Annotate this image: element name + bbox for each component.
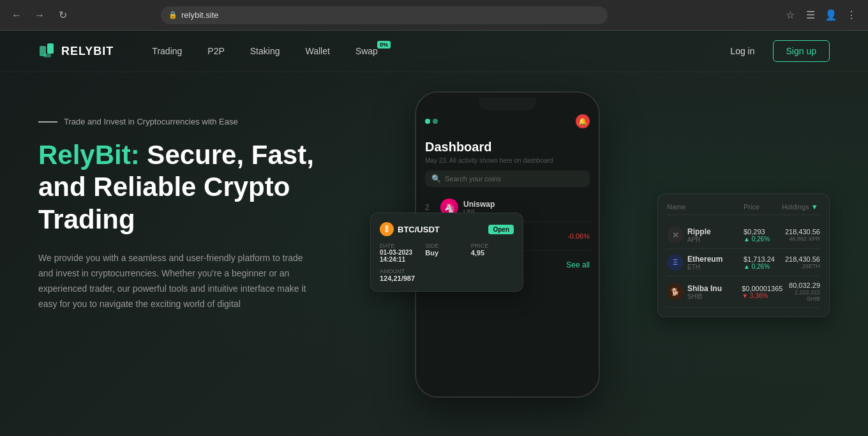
ethereum-holdings: 218,430.56 [782,255,820,263]
lock-icon: 🔒 [168,11,177,19]
hero-title: RelyBit: Secure, Fast, and Reliable Cryp… [38,139,357,236]
ripple-holdings: 218,430.56 [782,228,820,236]
back-button[interactable]: ← [8,6,26,24]
header-actions: Log in Sign up [720,40,830,62]
signup-button[interactable]: Sign up [773,40,830,62]
col-holdings: Holdings ▼ [782,203,820,211]
shiba-holdings-sub: 2,222,222 SHIB [782,289,820,302]
uniswap-name: Uniswap [463,200,495,209]
holdings-row-ripple: ✕ Ripple APR $0,293 ▲ 0,26% 218,430.56 4… [667,222,820,249]
coin-num-2: 2 [425,203,435,212]
shiba-icon: 🐕 [667,283,684,300]
chrome-actions: ☆ ☰ 👤 ⋮ [781,6,860,24]
trade-card-header: ₿ BTC/USDT Open [380,222,514,236]
refresh-button[interactable]: ↻ [54,6,71,24]
phone-search[interactable]: 🔍 Search your coins [425,170,590,187]
bookmark-icon[interactable]: ☆ [781,6,799,24]
ripple-name: Ripple [687,227,711,236]
swap-badge: 0% [377,41,391,49]
menu-icon[interactable]: ⋮ [842,6,860,24]
nav-item-trading[interactable]: Trading [152,46,182,56]
shiba-price-col: $0,00001365 ▼ 3,36% [742,285,782,299]
trade-side-label: SIDE Buy [425,243,468,263]
address-bar[interactable]: 🔒 relybit.site [161,6,608,24]
shiba-info: 🐕 Shiba Inu SHIB [667,283,742,300]
trade-card-popup: ₿ BTC/USDT Open DATE 01-03-2023 14:24:11… [370,213,523,292]
phone-search-icon: 🔍 [431,174,441,183]
nav-item-staking[interactable]: Staking [250,46,280,56]
trade-pair: ₿ BTC/USDT [380,222,440,236]
hero-text: Trade and Invest in Cryptocurrencies wit… [38,91,357,312]
phone-search-placeholder: Search your coins [445,175,501,183]
ripple-price-col: $0,293 ▲ 0,26% [744,228,782,243]
trade-pair-label: BTC/USDT [398,225,440,234]
logo-text: RELYBIT [61,45,114,58]
header: RELYBIT Trading P2P Staking Wallet Swap … [0,31,868,72]
trade-amount-col: AMOUNT 124,21/987 [380,268,514,282]
hero-visual: ₿ BTC/USDT Open DATE 01-03-2023 14:24:11… [383,91,830,398]
ripple-holdings-col: 218,430.56 46,862 XPR [782,228,820,242]
holdings-row-shiba: 🐕 Shiba Inu SHIB $0,00001365 ▼ 3,36% 80,… [667,276,820,308]
holdings-table-header: Name Price Holdings ▼ [667,203,820,215]
ethereum-change: ▲ 0,26% [744,263,782,270]
ripple-price: $0,293 [744,228,782,236]
hero-title-accent: RelyBit: [38,140,140,170]
holdings-sort-icon: ▼ [811,203,818,211]
shiba-name: Shiba Inu [687,284,722,293]
hero-tagline: Trade and Invest in Cryptocurrencies wit… [38,117,357,126]
forward-button[interactable]: → [31,6,49,24]
tagline-dash [38,121,57,123]
nav-item-wallet[interactable]: Wallet [305,46,329,56]
holdings-row-ethereum: Ξ Ethereum ETH $1,713.24 ▲ 0,26% 218,430… [667,249,820,276]
trade-status-badge: Open [488,225,514,234]
wazirx-change: -0.06% [567,232,590,240]
dot-2 [433,119,438,124]
col-name: Name [667,203,744,211]
notification-bell: 🔔 [576,114,590,128]
hero-description: We provide you with a seamless and user-… [38,251,306,312]
ripple-change: ▲ 0,26% [744,236,782,243]
shiba-ticker: SHIB [687,293,722,300]
ripple-ticker: APR [687,236,711,243]
holdings-card-popup: Name Price Holdings ▼ ✕ Ripple APR [657,193,830,317]
url-text: relybit.site [181,10,219,20]
logo-icon [38,42,56,60]
phone-dashboard-title: Dashboard [425,140,590,154]
extensions-icon[interactable]: ☰ [802,6,819,24]
ethereum-price-col: $1,713.24 ▲ 0,26% [744,255,782,270]
login-button[interactable]: Log in [720,41,765,61]
shiba-holdings: 80,032.29 [782,282,820,289]
ethereum-info: Ξ Ethereum ETH [667,254,744,271]
ethereum-price: $1,713.24 [744,255,782,263]
phone-notch [479,98,536,110]
ethereum-holdings-col: 218,430.56 .26ETH [782,255,820,269]
svg-rect-1 [47,43,54,54]
trade-details: DATE 01-03-2023 14:24:11 SIDE Buy PRICE … [380,243,514,282]
ripple-holdings-sub: 46,862 XPR [782,236,820,242]
phone-header: 🔔 [425,110,590,132]
shiba-change: ▼ 3,36% [742,292,782,299]
shiba-price: $0,00001365 [742,285,782,292]
nav-item-p2p[interactable]: P2P [207,46,224,56]
tagline-text: Trade and Invest in Cryptocurrencies wit… [64,117,238,126]
phone-subtitle: May 23. All activity shown here on dashb… [425,157,590,164]
ripple-icon: ✕ [667,227,684,243]
nav-item-swap[interactable]: Swap 0% [355,46,378,56]
col-price: Price [744,203,782,211]
ethereum-name: Ethereum [687,255,722,264]
see-all-button[interactable]: See all [566,260,590,269]
ethereum-ticker: ETH [687,264,722,271]
shiba-holdings-col: 80,032.29 2,222,222 SHIB [782,282,820,302]
logo[interactable]: RELYBIT [38,42,114,60]
trade-date-label: DATE 01-03-2023 14:24:11 [380,243,423,263]
ripple-info: ✕ Ripple APR [667,227,744,243]
page: RELYBIT Trading P2P Staking Wallet Swap … [0,31,868,436]
svg-rect-2 [43,54,51,57]
main-nav: Trading P2P Staking Wallet Swap 0% [152,46,720,56]
btc-icon: ₿ [380,222,394,236]
hero-section: Trade and Invest in Cryptocurrencies wit… [0,72,868,398]
profile-icon[interactable]: 👤 [822,6,840,24]
trade-price-col: PRICE 4,95 [471,243,514,263]
phone-dots [425,119,438,124]
ethereum-holdings-sub: .26ETH [782,263,820,269]
